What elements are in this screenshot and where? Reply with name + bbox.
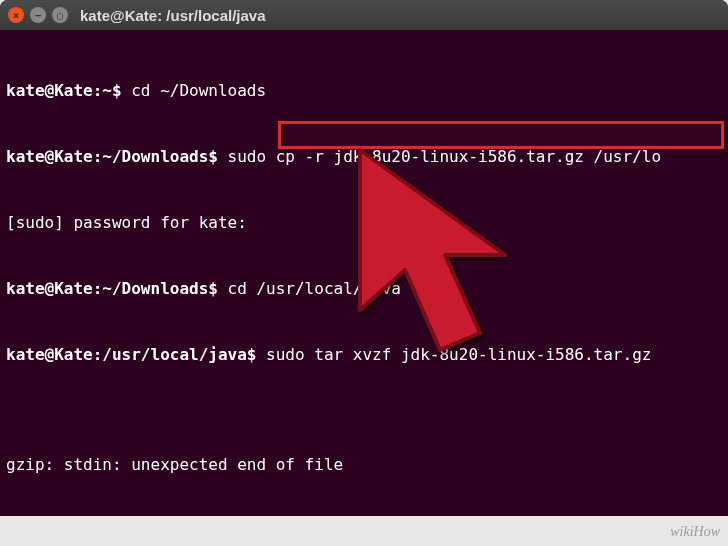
close-icon[interactable]: ×: [8, 7, 24, 23]
watermark: wikiHow: [670, 524, 720, 540]
terminal-line: kate@Kate:~/Downloads$ cd /usr/local/jav…: [6, 278, 722, 300]
terminal-window: × − ▢ kate@Kate: /usr/local/java kate@Ka…: [0, 0, 728, 520]
maximize-icon[interactable]: ▢: [52, 7, 68, 23]
terminal-line: gzip: stdin: unexpected end of file: [6, 454, 722, 476]
minimize-icon[interactable]: −: [30, 7, 46, 23]
bottom-strip: [0, 516, 728, 546]
terminal-body[interactable]: kate@Kate:~$ cd ~/Downloads kate@Kate:~/…: [0, 30, 728, 520]
window-title: kate@Kate: /usr/local/java: [80, 7, 266, 24]
terminal-line: kate@Kate:~$ cd ~/Downloads: [6, 80, 722, 102]
terminal-line: kate@Kate:/usr/local/java$ sudo tar xvzf…: [6, 344, 722, 366]
terminal-line: kate@Kate:~/Downloads$ sudo cp -r jdk-8u…: [6, 146, 722, 168]
window-titlebar: × − ▢ kate@Kate: /usr/local/java: [0, 0, 728, 30]
terminal-line: [sudo] password for kate:: [6, 212, 722, 234]
